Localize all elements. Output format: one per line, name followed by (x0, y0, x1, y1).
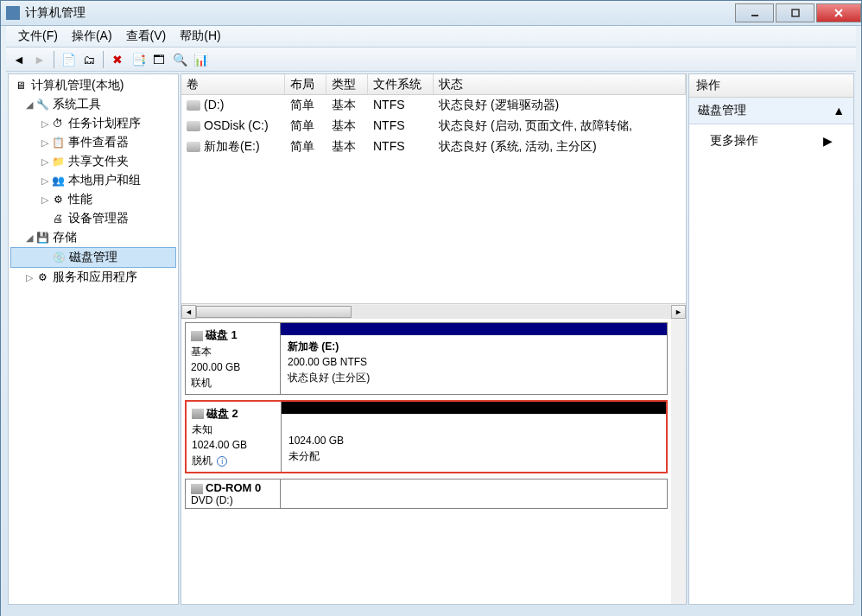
tree-services-label: 服务和应用程序 (53, 270, 137, 285)
tree-diskmgmt-label: 磁盘管理 (69, 250, 117, 265)
vol-layout: 简单 (285, 96, 326, 115)
window-title: 计算机管理 (25, 5, 733, 21)
disk-icon (192, 409, 204, 419)
actions-more[interactable]: 更多操作 ▶ (689, 124, 853, 157)
tree-shared[interactable]: ▷📁共享文件夹 (10, 152, 176, 171)
disk-size: 200.00 GB (191, 359, 275, 375)
refresh-button[interactable]: ✖ (108, 50, 127, 69)
tree-scheduler[interactable]: ▷⏱任务计划程序 (10, 114, 176, 133)
vol-status: 状态良好 (系统, 活动, 主分区) (434, 137, 686, 156)
volume-row[interactable]: 新加卷(E:) 简单 基本 NTFS 状态良好 (系统, 活动, 主分区) (181, 137, 686, 157)
tree-eventviewer[interactable]: ▷📋事件查看器 (10, 133, 176, 152)
nav-tree-panel: 🖥计算机管理(本地) ◢🔧系统工具 ▷⏱任务计划程序 ▷📋事件查看器 ▷📁共享文… (8, 73, 179, 605)
tree-root[interactable]: 🖥计算机管理(本地) (10, 76, 176, 95)
volume-row[interactable]: (D:) 简单 基本 NTFS 状态良好 (逻辑驱动器) (181, 95, 686, 116)
menu-file[interactable]: 文件(F) (11, 26, 65, 47)
vol-status: 状态良好 (逻辑驱动器) (434, 96, 686, 115)
horizontal-scrollbar[interactable]: ◄ ► (181, 303, 686, 319)
tool-c[interactable]: 🔍 (170, 50, 189, 69)
menu-action[interactable]: 操作(A) (65, 26, 119, 47)
tree-perf[interactable]: ▷⚙性能 (10, 190, 176, 209)
disk-2-info: 磁盘 2 未知 1024.00 GB 脱机 i (187, 402, 282, 473)
col-fs[interactable]: 文件系统 (368, 74, 434, 94)
actions-more-label: 更多操作 (710, 133, 758, 149)
volume-table: 卷 布局 类型 文件系统 状态 (D:) 简单 基本 NTFS 状态良好 (逻辑… (181, 74, 686, 319)
tree-devmgr-label: 设备管理器 (68, 211, 129, 226)
partition-header (282, 402, 666, 414)
cd-title: CD-ROM 0 (206, 481, 261, 494)
partition-size: 1024.00 GB (288, 433, 659, 448)
disk-2-row[interactable]: 磁盘 2 未知 1024.00 GB 脱机 i 1024.00 GB (185, 400, 668, 474)
svg-rect-0 (751, 15, 758, 16)
menu-view[interactable]: 查看(V) (119, 26, 174, 47)
vol-name: OSDisk (C:) (204, 118, 269, 132)
partition-status: 未分配 (288, 448, 659, 464)
tree-diskmgmt[interactable]: 💿磁盘管理 (10, 247, 176, 268)
vol-type: 基本 (326, 117, 368, 136)
disk-type: 未知 (192, 422, 276, 437)
info-icon[interactable]: i (217, 456, 227, 467)
scroll-right-button[interactable]: ► (671, 305, 686, 319)
app-icon (6, 6, 20, 20)
maximize-button[interactable] (776, 3, 814, 22)
col-status[interactable]: 状态 (434, 74, 686, 94)
tree-systools-label: 系统工具 (53, 97, 101, 112)
titlebar[interactable]: 计算机管理 (1, 1, 861, 26)
disk-1-info: 磁盘 1 基本 200.00 GB 联机 (186, 323, 281, 394)
col-layout[interactable]: 布局 (285, 74, 326, 94)
scroll-left-button[interactable]: ◄ (181, 305, 196, 319)
tool-d[interactable]: 📊 (191, 50, 210, 69)
forward-button[interactable]: ► (30, 50, 49, 69)
actions-diskmgmt[interactable]: 磁盘管理 ▲ (689, 98, 853, 124)
cd-sub: DVD (D:) (191, 494, 275, 506)
cd-icon (191, 484, 203, 494)
disk-icon (187, 121, 200, 131)
vol-type: 基本 (326, 137, 368, 156)
col-type[interactable]: 类型 (326, 74, 368, 94)
cdrom-info: CD-ROM 0 DVD (D:) (186, 479, 281, 508)
vol-fs: NTFS (368, 137, 434, 156)
up-button[interactable]: 📄 (59, 50, 78, 69)
volume-row[interactable]: OSDisk (C:) 简单 基本 NTFS 状态良好 (启动, 页面文件, 故… (181, 116, 686, 137)
menu-help[interactable]: 帮助(H) (173, 26, 227, 47)
disk-2-partition[interactable]: 1024.00 GB 未分配 (282, 402, 666, 473)
properties-button[interactable]: 🗂 (79, 50, 98, 69)
tool-a[interactable]: 📑 (129, 50, 148, 69)
collapse-icon: ▲ (833, 104, 845, 117)
window: 计算机管理 文件(F) 操作(A) 查看(V) 帮助(H) ◄ ► 📄 🗂 ✖ … (0, 0, 862, 616)
disk-size: 1024.00 GB (192, 437, 276, 453)
partition-size: 200.00 GB NTFS (288, 354, 660, 370)
tool-b[interactable]: 🗔 (149, 50, 168, 69)
back-button[interactable]: ◄ (10, 50, 29, 69)
tree-storage[interactable]: ◢💾存储 (10, 228, 176, 247)
tree-users-label: 本地用户和组 (68, 173, 141, 188)
tree-perf-label: 性能 (68, 192, 92, 207)
volume-header: 卷 布局 类型 文件系统 状态 (181, 74, 686, 95)
tree-devmgr[interactable]: 🖨设备管理器 (10, 209, 176, 228)
tree-scheduler-label: 任务计划程序 (68, 116, 141, 131)
disk-graphic-area: 磁盘 1 基本 200.00 GB 联机 新加卷 (E:) 200.00 GB … (181, 319, 671, 604)
actions-header: 操作 (689, 74, 853, 98)
actions-panel: 操作 磁盘管理 ▲ 更多操作 ▶ (688, 73, 854, 605)
scroll-thumb[interactable] (196, 306, 352, 318)
disk-state: 脱机 (192, 454, 212, 467)
tree-services[interactable]: ▷⚙服务和应用程序 (10, 268, 176, 287)
col-volume[interactable]: 卷 (181, 74, 285, 94)
minimize-button[interactable] (735, 3, 774, 22)
disk-1-partition[interactable]: 新加卷 (E:) 200.00 GB NTFS 状态良好 (主分区) (281, 323, 667, 394)
tree-root-label: 计算机管理(本地) (31, 78, 124, 93)
tree-users[interactable]: ▷👥本地用户和组 (10, 171, 176, 190)
disk-title: 磁盘 2 (206, 407, 238, 420)
disk-state: 联机 (191, 375, 275, 391)
disk-1-row[interactable]: 磁盘 1 基本 200.00 GB 联机 新加卷 (E:) 200.00 GB … (185, 322, 668, 395)
cdrom-row[interactable]: CD-ROM 0 DVD (D:) (185, 479, 668, 509)
vertical-scrollbar[interactable] (671, 319, 686, 604)
close-button[interactable] (816, 3, 861, 22)
chevron-right-icon: ▶ (823, 134, 833, 148)
vol-layout: 简单 (285, 117, 326, 136)
tree-shared-label: 共享文件夹 (68, 154, 129, 169)
vol-name: 新加卷(E:) (204, 139, 260, 153)
disk-icon (187, 142, 200, 152)
vol-type: 基本 (326, 96, 368, 115)
tree-systools[interactable]: ◢🔧系统工具 (10, 95, 176, 114)
